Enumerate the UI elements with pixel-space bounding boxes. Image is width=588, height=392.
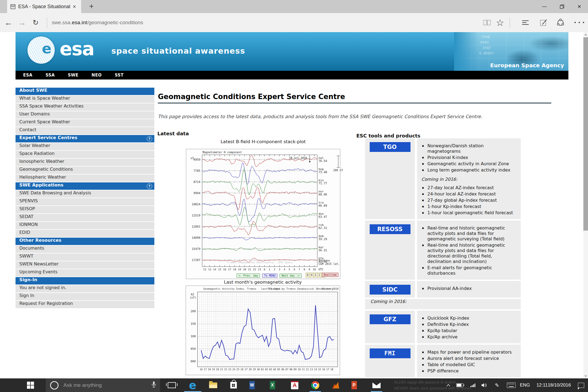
task-view-button[interactable] (165, 378, 179, 392)
sidebar-section-swe-applications[interactable]: SWE Applications? (16, 182, 154, 190)
sidebar-item-upcoming-events[interactable]: Upcoming Events (16, 269, 154, 277)
scrollbar-thumb[interactable] (583, 37, 588, 231)
sidebar-item-sedat[interactable]: SEDAT (16, 214, 154, 221)
sidebar-section-about-swe[interactable]: About SWE (16, 88, 154, 95)
product-logo-sidc[interactable]: SIDC (370, 285, 411, 295)
sidebar-item-edid[interactable]: EDID (16, 230, 154, 237)
product-logo-fmi[interactable]: FMI (370, 348, 411, 358)
sidebar-item-swwt[interactable]: SWWT (16, 253, 154, 261)
address-bar[interactable]: swe.ssa.esa.int/geomagnetic-conditions (52, 13, 143, 32)
component-box-d[interactable]: D (306, 273, 310, 277)
volume-icon[interactable] (481, 383, 487, 388)
start-button[interactable] (23, 378, 38, 392)
sidebar-item-contact[interactable]: Contact (16, 127, 154, 134)
page-title: Geomagnetic Conditions Expert Service Ce… (158, 93, 551, 103)
component-box-z[interactable]: Z (313, 273, 317, 277)
next-day-button[interactable]: Next day -> (280, 274, 301, 278)
component-box-i[interactable]: I (317, 273, 321, 277)
top-nav-item-neo[interactable]: NEO (91, 73, 102, 78)
more-button[interactable]: • • • (573, 13, 586, 32)
sidebar-item-ionospheric-weather[interactable]: Ionospheric Weather (16, 159, 154, 166)
sidebar-item-sign-in[interactable]: Sign In (16, 293, 154, 300)
taskbar-app-edge[interactable]: e (182, 378, 203, 392)
help-icon[interactable]: ? (147, 136, 152, 142)
taskbar-app-matlab[interactable] (325, 378, 346, 392)
window-minimize-button[interactable]: — (536, 0, 553, 13)
sidebar-section-sign-in[interactable]: Sign-In (16, 277, 154, 284)
touch-keyboard-icon[interactable] (507, 382, 516, 388)
product-logo-resoss[interactable]: RESOSS (370, 224, 411, 234)
window-close-button[interactable]: ✕ (571, 0, 588, 13)
sidebar-item-geomagnetic-conditions[interactable]: Geomagnetic Conditions (16, 167, 154, 174)
browser-tab[interactable]: ESA - Space Situational ✕ (7, 0, 81, 13)
sidebar-item-ionmon[interactable]: IONMON (16, 222, 154, 229)
favorites-button[interactable]: ☆ (494, 13, 506, 32)
sidebar-section-other-resources[interactable]: Other Resources (16, 238, 154, 245)
tray-chevron-up-icon[interactable] (446, 384, 450, 387)
product-bullet: 27-day local AZ-index forecast (421, 185, 516, 191)
sidebar-item-spenvis[interactable]: SPENVIS (16, 198, 154, 206)
cortana-icon (50, 381, 59, 390)
top-nav-item-esa[interactable]: ESA (23, 73, 32, 78)
network-signal-icon[interactable] (470, 383, 475, 387)
product-logo-gfz[interactable]: GFZ (370, 314, 411, 324)
search-input[interactable]: Ask me anything (46, 378, 160, 392)
taskbar-app-powerpoint[interactable]: P (346, 378, 366, 392)
activity-chart-image[interactable]: Geomagnetic Activity Index, Tromso - las… (186, 286, 340, 375)
sidebar-item-documents[interactable]: Documents (16, 246, 154, 253)
component-box-h[interactable]: H (310, 273, 314, 277)
reading-view-button[interactable] (481, 13, 493, 32)
sidebar-item-seisop[interactable]: SEISOP (16, 206, 154, 213)
forward-button[interactable]: → (16, 13, 28, 32)
clock[interactable]: 12:11 18/10/2016 (537, 382, 571, 388)
sidebar-section-expert-service-centres[interactable]: Expert Service Centres? (16, 135, 154, 142)
back-button[interactable]: ← (2, 13, 15, 32)
taskbar-app-mail[interactable] (366, 378, 387, 392)
top-nav-item-swe[interactable]: SWE (68, 73, 78, 78)
sidebar-item-current-space-weather[interactable]: Current Space Weather (16, 119, 154, 127)
battery-icon[interactable] (456, 383, 463, 387)
refresh-button[interactable]: ↻ (29, 13, 42, 32)
sidebar-item-you-are-not-signed-in-[interactable]: You are not signed in. (16, 285, 154, 292)
esa-logo-word: esa (60, 38, 94, 60)
help-icon[interactable]: ? (147, 183, 152, 189)
realtime-button[interactable]: Realtime (322, 273, 338, 277)
share-button[interactable] (554, 13, 567, 32)
taskbar-app-store[interactable] (223, 378, 244, 392)
sidebar-item-ssa-space-weather-activities[interactable]: SSA Space Weather Activities (16, 103, 154, 111)
to-menu-button[interactable]: To MENU (262, 274, 277, 278)
sidebar-item-solar-weather[interactable]: Solar Weather (16, 143, 154, 150)
scroll-up-arrow[interactable] (583, 32, 588, 37)
top-nav-item-sst[interactable]: SST (115, 73, 124, 78)
stack-plot-image[interactable]: Magnetometer H component nT. 18.oct 2016… (186, 149, 340, 279)
taskbar-app-word[interactable]: W (244, 378, 264, 392)
hub-button[interactable] (519, 13, 532, 32)
taskbar-app-chrome[interactable] (305, 378, 325, 392)
sidebar-item-swe-data-browsing-and-analysis[interactable]: SWE Data Browsing and Analysis (16, 190, 154, 198)
taskbar-app-excel[interactable]: X (264, 378, 284, 392)
taskbar-app-acrobat[interactable]: A (284, 378, 305, 392)
sidebar-item-heliospheric-weather[interactable]: Heliospheric Weather (16, 174, 154, 182)
taskbar-app-file-explorer[interactable] (203, 378, 223, 392)
stack-plot-buttons: <- Prev. dayTo MENUNext day -> DHZIF Rea… (186, 273, 340, 278)
tab-close-icon[interactable]: ✕ (71, 4, 78, 10)
sidebar-item-user-domains[interactable]: User Domains (16, 111, 154, 119)
action-center-button[interactable] (578, 383, 584, 388)
sidebar-item-swen-newsletter[interactable]: SWEN NewsLetter (16, 261, 154, 269)
web-note-button[interactable] (537, 13, 550, 32)
scroll-down-arrow[interactable] (583, 373, 588, 378)
sidebar-item-request-for-registration[interactable]: Request For Registration (16, 301, 154, 308)
window-restore-button[interactable] (553, 0, 571, 13)
microphone-button[interactable] (151, 381, 156, 389)
product-logo-tgo[interactable]: TGO (370, 142, 411, 152)
page-scrollbar[interactable] (583, 32, 588, 378)
top-nav-item-ssa[interactable]: SSA (45, 73, 55, 78)
sidebar-item-space-radiation[interactable]: Space Radiation (16, 151, 154, 158)
sidebar-item-what-is-space-weather[interactable]: What is Space Weather (16, 96, 154, 103)
product-row-sidc: SIDCProvisional AA-index (365, 281, 521, 298)
prev-day-button[interactable]: <- Prev. day (237, 274, 260, 278)
product-bullets: Provisional AA-index (421, 286, 516, 291)
language-indicator[interactable]: ENG (520, 382, 530, 388)
pen-icon[interactable]: ✎ (495, 382, 499, 388)
new-tab-button[interactable]: + (85, 0, 98, 13)
